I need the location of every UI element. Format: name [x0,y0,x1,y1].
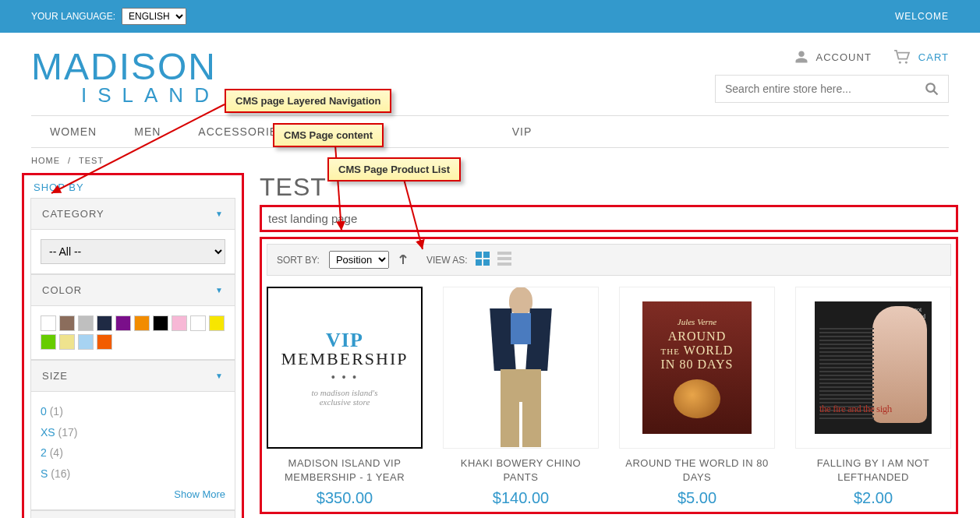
product-name: MADISON ISLAND VIP MEMBERSHIP - 1 YEAR [267,456,423,485]
sort-by-label: SORT BY: [277,255,320,266]
color-swatch[interactable] [115,315,131,331]
language-label: YOUR LANGUAGE: [31,11,115,22]
sort-direction-icon[interactable] [398,255,408,266]
view-grid-button[interactable] [476,252,490,268]
product-card[interactable]: Jules Verne AROUNDTHE WORLDIN 80 DAYS AR… [619,287,775,507]
list-icon [497,252,511,266]
nav-vip[interactable]: VIP [512,125,532,138]
cart-link[interactable]: CART [893,50,949,64]
svg-rect-9 [497,257,511,260]
account-link[interactable]: ACCOUNT [794,50,872,64]
svg-rect-7 [483,259,490,266]
product-price: $350.00 [267,489,423,507]
cart-icon [893,50,911,64]
product-name: AROUND THE WORLD IN 80 DAYS [619,456,775,485]
account-label: ACCOUNT [816,51,872,63]
color-swatch[interactable] [209,315,225,331]
product-card[interactable]: KHAKI BOWERY CHINO PANTS $140.00 [443,287,599,507]
language-select[interactable]: ENGLISH [122,8,186,25]
facet-category: CATEGORY ▼ -- All -- [30,198,235,274]
svg-rect-10 [497,263,511,266]
color-swatch[interactable] [153,315,168,331]
top-bar: YOUR LANGUAGE: ENGLISH WELCOME [0,0,980,33]
facet-category-head[interactable]: CATEGORY ▼ [31,199,235,229]
svg-rect-4 [476,252,482,258]
svg-point-0 [899,62,901,64]
color-swatch[interactable] [59,334,75,350]
logo-line2: ISLAND [81,83,220,107]
svg-rect-8 [497,252,511,255]
product-image [443,287,599,449]
facet-length: LENGTH ▼ [30,510,235,518]
layered-nav: SHOP BY CATEGORY ▼ -- All -- COLOR ▼ [22,173,244,518]
breadcrumb-home[interactable]: HOME [31,156,60,165]
facet-category-label: CATEGORY [42,208,104,220]
product-image: VIP MEMBERSHIP • • • to madison island's… [267,287,423,449]
color-swatch[interactable] [41,315,56,331]
product-card[interactable]: VIP MEMBERSHIP • • • to madison island's… [267,287,423,507]
chevron-down-icon: ▼ [215,372,224,380]
welcome-text: WELCOME [895,11,949,22]
annot-cms-content: CMS Page content [273,123,384,147]
view-as-label: VIEW AS: [426,255,468,266]
chevron-down-icon: ▼ [215,286,224,294]
svg-line-3 [933,90,937,94]
color-swatch[interactable] [41,334,56,350]
product-price: $140.00 [443,489,599,507]
size-option[interactable]: S (16) [41,463,225,485]
size-show-more[interactable]: Show More [41,488,225,500]
product-price: $5.00 [619,489,775,507]
color-swatch[interactable] [97,334,112,350]
user-icon [794,50,808,64]
facet-color-label: COLOR [42,284,82,296]
product-card[interactable]: I am notLefthanded the fire and the sigh… [795,287,951,507]
nav-men[interactable]: MEN [134,125,161,138]
color-swatch[interactable] [78,334,94,350]
nav-women[interactable]: WOMEN [50,125,97,138]
breadcrumb-sep: / [68,156,71,165]
facet-color-head[interactable]: COLOR ▼ [31,275,235,305]
color-swatch[interactable] [190,315,206,331]
shop-by-heading: SHOP BY [30,181,235,193]
svg-point-1 [905,62,907,64]
color-swatch[interactable] [97,315,112,331]
search-box[interactable] [715,75,949,103]
logo[interactable]: MADISON ISLAND [31,45,220,107]
color-swatch[interactable] [78,315,94,331]
color-swatch[interactable] [172,315,187,331]
facet-size: SIZE ▼ 0 (1)XS (17)2 (4)S (16) Show More [30,360,235,510]
view-list-button[interactable] [497,252,511,268]
toolbar: SORT BY: Position VIEW AS: [267,244,951,276]
product-price: $2.00 [795,489,951,507]
search-input[interactable] [725,83,925,95]
size-option[interactable]: 0 (1) [41,401,225,422]
content: TEST test landing page SORT BY: Position… [260,173,958,518]
chevron-down-icon: ▼ [215,210,224,218]
search-icon[interactable] [925,82,939,96]
product-name: FALLING BY I AM NOT LEFTHANDED [795,456,951,485]
facet-color: COLOR ▼ [30,274,235,360]
annot-layered-nav: CMS page Layered Navigation [225,89,391,113]
svg-rect-6 [476,259,482,266]
facet-length-head[interactable]: LENGTH ▼ [31,511,235,518]
category-select[interactable]: -- All -- [41,239,225,264]
color-swatch[interactable] [59,315,75,331]
breadcrumb-current: TEST [79,156,104,165]
grid-icon [476,252,490,266]
product-list: SORT BY: Position VIEW AS: [260,237,958,514]
header: MADISON ISLAND ACCOUNT CART [0,33,980,107]
logo-line1: MADISON [31,45,220,88]
breadcrumb: HOME / TEST [31,156,949,165]
annot-product-list: CMS Page Product List [327,157,461,181]
size-option[interactable]: 2 (4) [41,442,225,463]
size-option[interactable]: XS (17) [41,422,225,443]
facet-size-label: SIZE [42,370,68,382]
cart-label: CART [918,51,949,63]
color-swatch[interactable] [134,315,150,331]
facet-size-head[interactable]: SIZE ▼ [31,361,235,391]
sort-by-select[interactable]: Position [329,251,389,269]
main-nav: WOMEN MEN ACCESSORIES HOME DECOR SALE VI… [31,115,949,148]
product-image: Jules Verne AROUNDTHE WORLDIN 80 DAYS [619,287,775,449]
svg-point-2 [926,83,935,92]
svg-rect-5 [483,252,490,258]
